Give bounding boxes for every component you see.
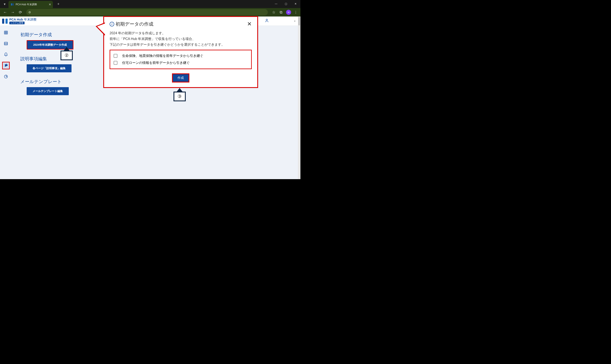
sidebar-pie-icon[interactable]	[2, 73, 10, 80]
annotation-callout-2: ②	[61, 47, 73, 60]
dialog-check-list: 生命保険、地震保険の情報を前年データから引き継ぐ 住宅ローンの情報を前年データか…	[110, 50, 252, 69]
window-controls: — ▢ ✕	[271, 0, 300, 8]
user-icon	[265, 18, 269, 24]
browser-chrome: ▾ PCA Hub 年末調整 ✕ + — ▢ ✕ ← → ⟳ ⚙ ☆ ⧉ H ⋮	[0, 0, 300, 16]
close-icon[interactable]: ✕	[49, 3, 51, 6]
annotation-num-2: ②	[61, 51, 73, 60]
check-row-loan[interactable]: 住宅ローンの情報を前年データから引き継ぐ	[114, 59, 248, 66]
sidebar-list-icon[interactable]	[2, 40, 10, 47]
close-window-button[interactable]: ✕	[291, 0, 300, 8]
checkbox-insurance[interactable]	[114, 54, 117, 58]
sidebar-grid-icon[interactable]	[2, 29, 10, 36]
init-data-dialog: i 初期データの作成 ✕ 2024 年の初期データを作成します。 前年に「PCA…	[103, 16, 258, 88]
forward-button[interactable]: →	[9, 9, 16, 16]
svg-point-2	[266, 19, 268, 21]
sidebar-bell-icon[interactable]	[2, 51, 10, 58]
svg-rect-3	[4, 31, 8, 34]
app-logo	[2, 18, 8, 24]
scrollbar-thumb[interactable]	[298, 17, 300, 25]
annotation-num-3: ③	[173, 91, 186, 101]
nav-bar: ← → ⟳ ⚙ ☆ ⧉ H ⋮	[0, 8, 300, 16]
minimize-button[interactable]: —	[271, 0, 281, 8]
brand-sub-label: システム管理	[9, 22, 25, 24]
address-bar[interactable]: ⚙	[26, 9, 268, 15]
chevron-down-icon: ▾	[294, 20, 295, 22]
info-icon: i	[110, 22, 114, 26]
extensions-icon[interactable]: ⧉	[278, 9, 284, 16]
browser-tab[interactable]: PCA Hub 年末調整 ✕	[9, 1, 53, 8]
browser-menu-button[interactable]: ⋮	[293, 9, 299, 16]
reload-button[interactable]: ⟳	[17, 9, 24, 16]
brand-title: PCA Hub 年末調整	[9, 18, 37, 21]
tab-bar: ▾ PCA Hub 年末調整 ✕ + — ▢ ✕	[0, 0, 300, 8]
dialog-body: 2024 年の初期データを作成します。 前年に「PCA Hub 年末調整」で収集…	[110, 30, 252, 48]
tab-favicon	[11, 3, 14, 6]
user-menu[interactable]: ▾	[265, 18, 295, 24]
dialog-create-button[interactable]: 作成	[172, 73, 189, 82]
profile-avatar[interactable]: H	[286, 10, 291, 15]
dialog-title: 初期データの作成	[116, 21, 153, 27]
bookmark-icon[interactable]: ☆	[270, 9, 277, 16]
dialog-header: i 初期データの作成 ✕	[110, 21, 252, 27]
site-settings-icon[interactable]: ⚙	[28, 11, 31, 14]
checkbox-loan[interactable]	[114, 61, 117, 65]
check-row-insurance[interactable]: 生命保険、地震保険の情報を前年データから引き継ぐ	[114, 52, 248, 59]
svg-rect-1	[13, 3, 13, 5]
dialog-body-line: 2024 年の初期データを作成します。	[110, 30, 252, 36]
dialog-speech-tail	[96, 22, 105, 36]
annotation-callout-3: ③	[173, 88, 186, 101]
svg-rect-8	[4, 42, 8, 45]
dialog-body-line: 前年に「PCA Hub 年末調整」で収集を行っている場合、	[110, 36, 252, 42]
tab-list-dropdown[interactable]: ▾	[2, 1, 8, 7]
svg-rect-0	[11, 3, 12, 5]
dialog-body-line: 下記のデータは前年データを引き継ぐかどうかを選択することができます。	[110, 42, 252, 47]
sidebar-gear-icon[interactable]	[2, 62, 10, 69]
checkbox-label-insurance: 生命保険、地震保険の情報を前年データから引き継ぐ	[122, 54, 203, 58]
new-tab-button[interactable]: +	[55, 1, 61, 7]
checkbox-label-loan: 住宅ローンの情報を前年データから引き継ぐ	[122, 61, 190, 65]
tab-title: PCA Hub 年末調整	[16, 3, 47, 6]
brand-block: PCA Hub 年末調整 システム管理	[9, 18, 37, 24]
edit-mail-template-button[interactable]: メールテンプレート編集	[27, 87, 69, 95]
dialog-close-button[interactable]: ✕	[247, 21, 252, 27]
dialog-wrap: i 初期データの作成 ✕ 2024 年の初期データを作成します。 前年に「PCA…	[103, 16, 258, 88]
maximize-button[interactable]: ▢	[281, 0, 291, 8]
edit-explanations-button[interactable]: 各ページ「説明事項」編集	[27, 64, 72, 72]
back-button[interactable]: ←	[2, 9, 9, 16]
vertical-scrollbar[interactable]	[298, 16, 300, 179]
sidebar	[0, 26, 12, 179]
